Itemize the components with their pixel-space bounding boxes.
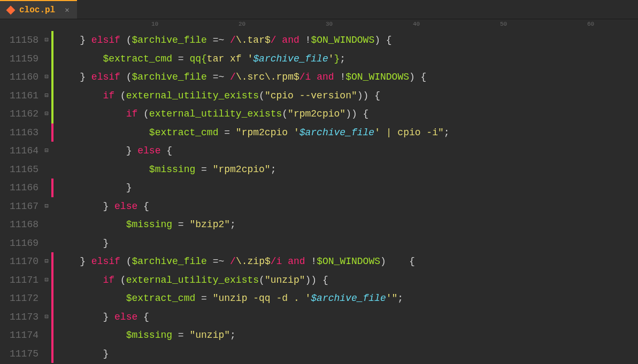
token-rg: / xyxy=(230,72,236,82)
token-kw: and xyxy=(317,72,334,82)
code-line[interactable]: $extract_cmd = "unzip -qq -d . '$archive… xyxy=(57,289,638,308)
token-op: =~ xyxy=(207,256,230,267)
file-modified-icon xyxy=(6,5,16,14)
line-number: 11173 xyxy=(0,308,39,327)
token-id: $ON_WINDOWS xyxy=(345,72,409,82)
fold-toggle[interactable]: ⊟ xyxy=(42,252,51,271)
code-line[interactable]: } else { xyxy=(57,142,638,160)
token-p: ( xyxy=(120,256,132,267)
ruler-mark: 60 xyxy=(587,21,594,27)
token-str: "rpm2cpio ' xyxy=(236,127,299,138)
token-p: { xyxy=(137,201,149,212)
token-rg: / xyxy=(271,35,276,45)
token-id: $missing xyxy=(126,330,172,340)
tab-bar: cloc.pl ✕ xyxy=(0,0,638,19)
fold-toggle xyxy=(42,160,51,179)
token-p: )) { xyxy=(345,109,368,119)
token-p: } xyxy=(103,201,114,212)
fold-toggle[interactable]: ⊟ xyxy=(42,105,51,123)
line-number: 11163 xyxy=(0,123,39,142)
token-op: = xyxy=(218,127,235,138)
code-line[interactable]: } elsif ($archive_file =~ /\.tar$/ and !… xyxy=(57,31,638,50)
line-number: 11162 xyxy=(0,105,39,123)
token-p xyxy=(57,127,149,138)
token-p: } xyxy=(126,145,138,156)
token-p: } xyxy=(80,256,91,267)
fold-toggle xyxy=(42,50,51,68)
token-id: $missing xyxy=(149,164,195,175)
token-op: ! xyxy=(299,35,311,45)
fold-toggle xyxy=(42,345,51,363)
tab-cloc[interactable]: cloc.pl ✕ xyxy=(0,0,77,19)
token-id: $ON_WINDOWS xyxy=(317,256,380,267)
token-str: '" xyxy=(386,293,398,304)
code-line[interactable]: } elsif ($archive_file =~ /\.zip$/i and … xyxy=(57,252,638,271)
code-line[interactable]: } xyxy=(57,234,638,253)
line-number: 11172 xyxy=(0,289,39,308)
token-p: ) { xyxy=(374,35,391,45)
token-str: "cpio --version" xyxy=(265,90,357,101)
token-id: $extract_cmd xyxy=(149,127,219,138)
fold-toggle[interactable]: ⊟ xyxy=(42,308,51,327)
code-editor[interactable]: 1115811159111601116111162111631116411165… xyxy=(0,31,638,363)
code-line[interactable]: $missing = "bzip2"; xyxy=(57,215,638,234)
fold-toggle xyxy=(42,123,51,142)
token-p: ( xyxy=(120,35,132,45)
token-p xyxy=(57,90,103,101)
code-line[interactable]: if (external_utility_exists("unzip")) { xyxy=(57,271,638,290)
fold-toggle[interactable]: ⊟ xyxy=(42,68,51,87)
fold-toggle xyxy=(42,234,51,253)
code-line[interactable]: } else { xyxy=(57,308,638,327)
line-number: 11174 xyxy=(0,326,39,345)
token-op: =~ xyxy=(207,72,230,82)
code-line[interactable]: } xyxy=(57,179,638,197)
token-strin: ' xyxy=(328,53,334,64)
token-str: "unzip" xyxy=(189,330,230,340)
token-p xyxy=(57,53,103,64)
fold-toggle[interactable]: ⊟ xyxy=(42,197,51,216)
code-line[interactable]: $extract_cmd = qq{tar xf '$archive_file'… xyxy=(57,50,638,68)
ruler: 102030405060 xyxy=(70,19,638,31)
token-rg: /i xyxy=(299,72,311,82)
token-kw: if xyxy=(103,275,114,285)
token-id: $extract_cmd xyxy=(126,293,196,304)
code-line[interactable]: } elsif ($archive_file =~ /\.src\.rpm$/i… xyxy=(57,68,638,87)
close-icon[interactable]: ✕ xyxy=(65,5,69,14)
token-id: $missing xyxy=(126,219,172,230)
code-area[interactable]: } elsif ($archive_file =~ /\.tar$/ and !… xyxy=(53,31,638,363)
token-p: ( xyxy=(114,275,126,285)
code-line[interactable]: $missing = "unzip"; xyxy=(57,326,638,345)
token-p xyxy=(57,238,103,249)
fold-toggle[interactable]: ⊟ xyxy=(42,142,51,160)
line-number: 11175 xyxy=(0,345,39,363)
code-line[interactable]: if (external_utility_exists("cpio --vers… xyxy=(57,87,638,105)
token-p: ( xyxy=(259,90,265,101)
ruler-mark: 20 xyxy=(239,21,245,27)
token-p: ; xyxy=(271,164,276,175)
code-line[interactable]: $missing = "rpm2cpio"; xyxy=(57,160,638,179)
token-op: = xyxy=(172,53,189,64)
token-p: )) { xyxy=(305,275,328,285)
code-line[interactable]: } else { xyxy=(57,197,638,216)
fold-toggle[interactable]: ⊟ xyxy=(42,31,51,50)
fold-toggle[interactable]: ⊟ xyxy=(42,87,51,105)
token-p xyxy=(57,164,149,175)
token-str: ' | cpio -i" xyxy=(374,127,444,138)
token-p xyxy=(57,182,126,193)
token-str: "unzip" xyxy=(265,275,305,285)
code-line[interactable]: $extract_cmd = "rpm2cpio '$archive_file'… xyxy=(57,123,638,142)
line-number: 11165 xyxy=(0,160,39,179)
token-op: ! xyxy=(305,256,317,267)
tab-label: cloc.pl xyxy=(19,5,55,15)
token-varstr: $archive_file xyxy=(311,293,386,304)
code-line[interactable]: if (external_utility_exists("rpm2cpio"))… xyxy=(57,105,638,123)
token-id: $extract_cmd xyxy=(103,53,172,64)
token-p: ; xyxy=(340,53,345,64)
token-id: $archive_file xyxy=(132,35,206,45)
token-p: ( xyxy=(120,72,132,82)
code-line[interactable]: } xyxy=(57,345,638,363)
token-id: $ON_WINDOWS xyxy=(311,35,374,45)
fold-toggle[interactable]: ⊟ xyxy=(42,271,51,290)
token-p: ) { xyxy=(409,72,426,82)
token-p: } xyxy=(80,35,91,45)
